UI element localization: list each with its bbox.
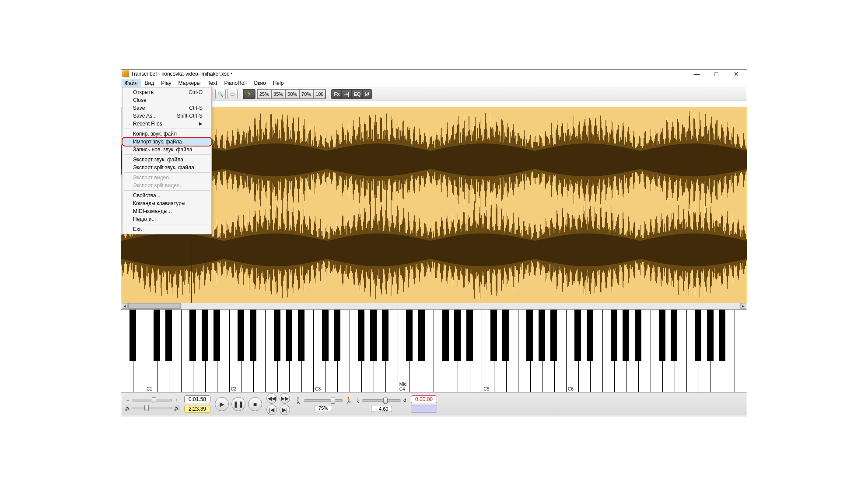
piano-white-key[interactable]: [675, 310, 687, 392]
speed-35[interactable]: 35%: [271, 89, 285, 99]
menu-pianoroll[interactable]: PianoRoll: [220, 79, 250, 87]
piano-white-key[interactable]: C5: [482, 310, 494, 392]
piano-white-key[interactable]: [302, 310, 314, 392]
plus-icon[interactable]: +: [174, 397, 180, 403]
run-icon[interactable]: 🏃: [243, 89, 255, 99]
piano-white-key[interactable]: [735, 310, 747, 392]
skip-fwd-button[interactable]: ▶|: [280, 405, 290, 415]
piano-white-key[interactable]: [591, 310, 603, 392]
scroll-thumb[interactable]: [128, 303, 181, 309]
piano-white-key[interactable]: C3: [314, 310, 326, 392]
volume-high-icon[interactable]: 🔊: [174, 405, 180, 411]
menu-markers[interactable]: Маркеры: [175, 79, 204, 87]
menu-item[interactable]: Импорт звук. файла: [123, 138, 210, 146]
piano-white-key[interactable]: [603, 310, 615, 392]
piano-white-key[interactable]: [458, 310, 470, 392]
piano-white-key[interactable]: [410, 310, 422, 392]
piano-white-key[interactable]: [169, 310, 182, 392]
piano-white-key[interactable]: [206, 310, 218, 392]
piano-white-key[interactable]: [446, 310, 458, 392]
key-button[interactable]: ♭♯: [363, 89, 371, 99]
menu-file[interactable]: Файл: [121, 79, 141, 87]
volume-slider[interactable]: 🔈 🔊: [125, 405, 180, 411]
scroll-right-icon[interactable]: ►: [740, 303, 746, 309]
fx-button[interactable]: Fx: [332, 89, 342, 99]
piano-white-key[interactable]: [121, 310, 133, 392]
close-button[interactable]: ✕: [726, 69, 746, 79]
piano-white-key[interactable]: [542, 310, 555, 392]
piano-white-key[interactable]: [711, 310, 723, 392]
piano-white-key[interactable]: [242, 310, 254, 392]
zoom-slider[interactable]: − +: [125, 397, 180, 403]
piano-white-key[interactable]: [651, 310, 663, 392]
volume-low-icon[interactable]: 🔈: [125, 405, 131, 411]
speed-25[interactable]: 25%: [257, 89, 271, 99]
forward-button[interactable]: ▶▶: [280, 393, 290, 404]
piano-white-key[interactable]: [158, 310, 170, 392]
piano-white-key[interactable]: [699, 310, 711, 392]
zoom-fit-button[interactable]: ▭: [227, 89, 238, 99]
menu-item[interactable]: Save As...Shift-Ctrl-S: [123, 112, 210, 120]
piano-white-key[interactable]: [217, 310, 230, 392]
piano-white-key[interactable]: [639, 310, 651, 392]
piano-white-key[interactable]: [470, 310, 483, 392]
piano-white-key[interactable]: C6: [567, 310, 579, 392]
arrow-button[interactable]: ➝|: [342, 89, 351, 99]
timeline[interactable]: [121, 101, 747, 107]
menu-item[interactable]: SaveCtrl-S: [123, 104, 210, 112]
menu-text[interactable]: Text: [204, 79, 220, 87]
menu-item[interactable]: Запись нов. звук. файла: [123, 146, 210, 154]
minimize-button[interactable]: —: [687, 69, 707, 79]
scroll-left-icon[interactable]: ◄: [122, 303, 128, 309]
menu-item[interactable]: Recent Files▶: [123, 120, 210, 128]
menu-view[interactable]: Вид: [141, 79, 158, 87]
piano-white-key[interactable]: [362, 310, 374, 392]
piano-white-key[interactable]: C2: [230, 310, 242, 392]
piano-white-key[interactable]: [350, 310, 362, 392]
speed-70[interactable]: 70%: [299, 89, 313, 99]
piano-white-key[interactable]: [338, 310, 350, 392]
menu-item[interactable]: Экспорт split звук. файла: [123, 164, 210, 171]
piano-white-key[interactable]: [615, 310, 627, 392]
piano-white-key[interactable]: [133, 310, 146, 392]
piano-white-key[interactable]: [494, 310, 507, 392]
piano-white-key[interactable]: [434, 310, 446, 392]
piano-white-key[interactable]: [507, 310, 519, 392]
speed-100[interactable]: 100: [313, 89, 326, 99]
piano-white-key[interactable]: [555, 310, 567, 392]
horizontal-scrollbar[interactable]: ◄ ►: [121, 303, 747, 309]
eq-button[interactable]: EQ: [351, 89, 363, 99]
piano-white-key[interactable]: [422, 310, 434, 392]
menu-item[interactable]: Close: [123, 96, 210, 104]
piano-white-key[interactable]: [627, 310, 639, 392]
maximize-button[interactable]: □: [707, 69, 726, 79]
piano-white-key[interactable]: [374, 310, 386, 392]
speed-slider[interactable]: [304, 399, 343, 402]
menu-item[interactable]: Педали...: [123, 215, 210, 223]
piano-white-key[interactable]: MidC4: [398, 310, 410, 392]
piano-white-key[interactable]: [518, 310, 531, 392]
stop-button[interactable]: ■: [248, 397, 262, 411]
menu-item[interactable]: Exit: [123, 225, 210, 233]
waveform-canvas[interactable]: [121, 107, 747, 303]
piano-white-key[interactable]: [531, 310, 543, 392]
piano-white-key[interactable]: [687, 310, 699, 392]
pitch-slider[interactable]: [362, 399, 401, 402]
zoom-out-button[interactable]: 🔍: [215, 89, 226, 99]
piano-white-key[interactable]: C1: [145, 310, 158, 392]
minus-icon[interactable]: −: [125, 397, 131, 403]
menu-item[interactable]: ОткрытьCtrl-O: [123, 88, 210, 96]
menu-item[interactable]: MIDI-команды...: [123, 207, 210, 215]
piano-white-key[interactable]: [579, 310, 591, 392]
rewind-button[interactable]: ◀◀: [266, 393, 277, 404]
piano-keyboard[interactable]: C1C2C3MidC4C5C6: [121, 309, 747, 392]
piano-white-key[interactable]: [386, 310, 398, 392]
menu-window[interactable]: Окно: [250, 79, 270, 87]
menu-item[interactable]: Свойства...: [123, 192, 210, 199]
speed-50[interactable]: 50%: [285, 89, 299, 99]
piano-white-key[interactable]: [182, 310, 194, 392]
skip-back-button[interactable]: |◀: [266, 405, 277, 415]
scroll-track[interactable]: [128, 303, 740, 309]
piano-white-key[interactable]: [193, 310, 206, 392]
menu-item[interactable]: Экспорт звук. файла: [123, 156, 210, 164]
